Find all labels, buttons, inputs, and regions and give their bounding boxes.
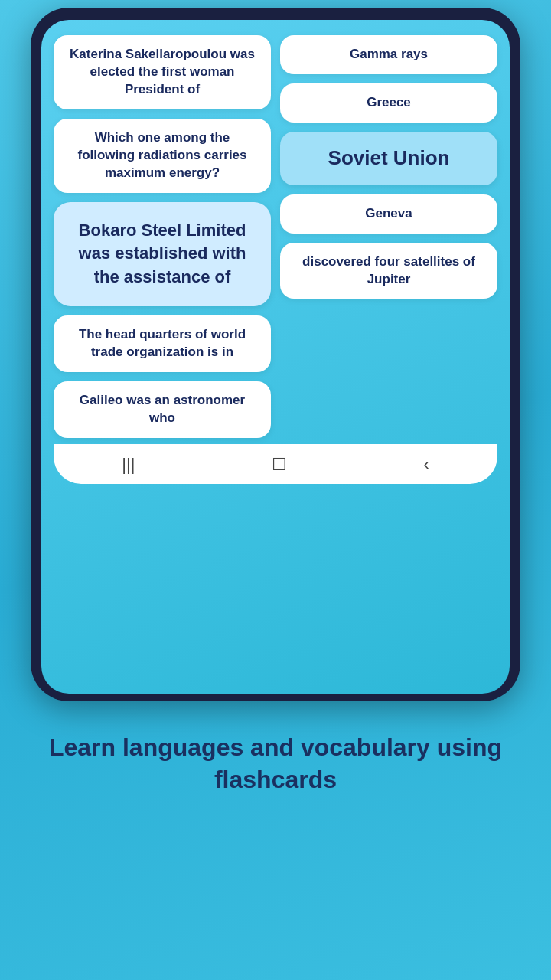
answer-card-1[interactable]: Gamma rays <box>280 35 497 74</box>
question-card-3[interactable]: Bokaro Steel Limited was established wit… <box>54 202 271 306</box>
phone-screen: Katerina Sakellaropoulou was elected the… <box>41 20 510 694</box>
answer-card-2[interactable]: Greece <box>280 83 497 122</box>
bottom-text-area: Learn languages and vocabulary using fla… <box>0 701 551 818</box>
left-column: Katerina Sakellaropoulou was elected the… <box>54 35 271 438</box>
right-column: Gamma rays Greece Soviet Union Geneva di… <box>280 35 497 299</box>
tagline: Learn languages and vocabulary using fla… <box>23 732 528 795</box>
question-card-5[interactable]: Galileo was an astronomer who <box>54 381 271 438</box>
question-card-4[interactable]: The head quarters of world trade organiz… <box>54 315 271 372</box>
answer-card-5[interactable]: discovered four satellites of Jupiter <box>280 243 497 299</box>
recent-apps-button[interactable]: ||| <box>122 455 135 475</box>
question-card-1[interactable]: Katerina Sakellaropoulou was elected the… <box>54 35 271 109</box>
cards-area: Katerina Sakellaropoulou was elected the… <box>54 35 497 438</box>
phone-frame: Katerina Sakellaropoulou was elected the… <box>31 8 520 701</box>
home-button[interactable]: ☐ <box>272 455 287 475</box>
phone-wrapper: Katerina Sakellaropoulou was elected the… <box>31 0 520 701</box>
navigation-bar: ||| ☐ ‹ <box>54 444 497 484</box>
question-card-2[interactable]: Which one among the following radiations… <box>54 119 271 193</box>
answer-card-4[interactable]: Geneva <box>280 194 497 234</box>
answer-card-soviet[interactable]: Soviet Union <box>280 132 497 185</box>
back-button[interactable]: ‹ <box>423 455 429 475</box>
